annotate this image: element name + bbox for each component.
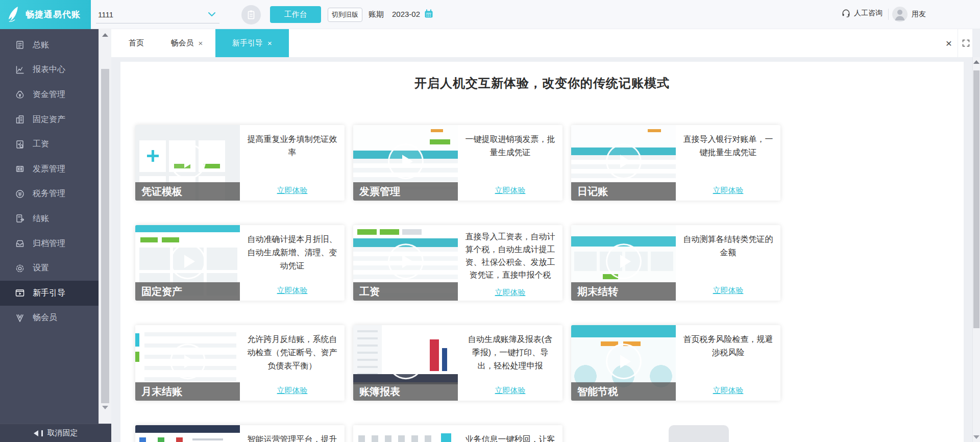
play-button-icon[interactable] [388,343,424,379]
video-thumbnail[interactable]: 日记账 [571,125,676,201]
live-support-button[interactable]: 人工咨询 [841,8,883,18]
scroll-down-button[interactable] [102,406,108,409]
feature-description: 自动生成账簿及报表(含季报)，一键打印、导出，轻松处理申报 [458,325,562,373]
page-scrollbar[interactable] [972,57,980,442]
scroll-down-button[interactable] [973,435,979,439]
tab-home[interactable]: 首页 [120,29,152,57]
try-now-link[interactable]: 立即体验 [240,186,345,195]
main-content-area: 开启人机交互新体验，改变你的传统记账模式 凭证模板 提高重复业务填制凭证效率 立… [111,57,972,442]
app-title: 畅捷通易代账 [26,9,81,20]
building-icon [15,114,25,125]
play-button-icon[interactable] [170,243,206,279]
fullscreen-icon[interactable] [962,39,970,50]
play-button-icon[interactable] [170,143,206,179]
sidebar-item-closing[interactable]: 结账 [0,206,99,231]
video-thumbnail[interactable]: 凭证模板 [135,125,240,201]
feature-card-fixed-assets: 固定资产 自动准确计提本月折旧、自动生成新增、清理、变动凭证 立即体验 [135,225,345,301]
feature-description: 一键提取进销项发票，批量生成凭证 [458,125,562,159]
close-tab-icon[interactable]: × [941,29,957,57]
feature-card-salary: 工资 直接导入工资表，自动计算个税，自动生成计提工资、社保公积金、发放工资凭证，… [353,225,562,301]
loading-placeholder [669,425,729,442]
user-avatar[interactable] [892,7,908,22]
video-title: 智能节税 [571,382,676,401]
try-now-link[interactable]: 立即体验 [458,186,562,195]
scroll-up-button[interactable] [102,33,108,37]
tab-member[interactable]: 畅会员 × [164,29,209,57]
video-thumbnail[interactable]: 月末结账 [135,325,240,401]
play-triangle [184,355,195,368]
try-now-link[interactable]: 立即体验 [676,186,780,195]
support-label: 人工咨询 [854,9,883,18]
sidebar-menu: 总账 报表中心 资金管理 固定资产 工资 [0,29,99,424]
sidebar-item-salary[interactable]: 工资 [0,132,99,157]
sidebar-item-report-center[interactable]: 报表中心 [0,58,99,83]
video-thumbnail[interactable]: 固定资产 [135,225,240,301]
sidebar-item-member[interactable]: 畅会员 [0,306,99,331]
sidebar-item-archive-management[interactable]: 归档管理 [0,231,99,256]
notice-badge-button[interactable] [241,5,261,24]
feature-card-business-reply: 业务信息一键秒回，让客 [353,425,562,442]
sidebar-item-beginner-guide[interactable]: 新手引导 [0,281,99,306]
try-now-link[interactable]: 立即体验 [676,286,780,296]
switch-old-version-button[interactable]: 切到旧版 [328,8,362,22]
video-thumbnail[interactable]: 工资 [353,225,458,301]
period-value[interactable]: 2023-02 [392,10,420,18]
video-thumbnail[interactable]: 智能节税 [571,325,676,401]
user-name[interactable]: 用友 [912,10,926,19]
video-thumbnail[interactable]: 期末结转 [571,225,676,301]
feature-description: 提高重复业务填制凭证效率 [240,125,345,159]
play-button-icon[interactable] [606,143,642,179]
person-icon [892,7,908,22]
play-triangle [620,155,631,168]
play-triangle [184,155,195,168]
sidebar-item-tax-management[interactable]: 税务管理 [0,182,99,207]
top-header: 畅捷通易代账 1111 工作台 切到旧版 账期 2023-02 [0,0,980,29]
sidebar-item-label: 税务管理 [33,188,65,199]
play-button-icon[interactable] [388,143,424,179]
tab-beginner-guide-active[interactable]: 新手引导 × [215,29,289,57]
archive-tray-icon [15,238,25,249]
sidebar-item-fixed-assets[interactable]: 固定资产 [0,107,99,132]
sidebar-item-label: 报表中心 [33,64,65,75]
video-thumbnail[interactable] [135,425,240,442]
unpin-sidebar-button[interactable]: 取消固定 [0,424,111,442]
sidebar-item-label: 工资 [33,139,49,150]
sidebar-item-invoice-management[interactable]: 发票管理 [0,157,99,182]
play-button-icon[interactable] [606,243,642,279]
video-thumbnail[interactable]: 发票管理 [353,125,458,201]
feature-description: 直接导入工资表，自动计算个税，自动生成计提工资、社保公积金、发放工资凭证，直接申… [458,225,562,281]
try-now-link[interactable]: 立即体验 [458,288,562,298]
sidebar-item-general-ledger[interactable]: 总账 [0,33,99,58]
unpin-label: 取消固定 [47,428,78,438]
sidebar-item-funds-management[interactable]: 资金管理 [0,82,99,107]
feature-card-tax-saving: 智能节税 首页税务风险检查，规避涉税风险 立即体验 [571,325,780,401]
sidebar-item-label: 归档管理 [33,238,65,249]
sidebar-item-label: 设置 [33,263,49,274]
money-bag-icon [15,89,25,100]
video-thumbnail[interactable]: 账簿报表 [353,325,458,401]
play-button-icon[interactable] [606,343,642,379]
feature-card-month-end: 月末结账 允许跨月反结账，系统自动检查（凭证断号、资产负债表平衡） 立即体验 [135,325,345,401]
sidebar-item-settings[interactable]: 设置 [0,256,99,281]
video-title: 凭证模板 [135,182,240,201]
chevron-down-icon [208,12,215,17]
tab-close-icon[interactable]: × [267,39,272,47]
ledger-icon [15,40,25,50]
calendar-icon[interactable] [424,9,434,21]
sidebar-scrollbar[interactable] [99,29,111,424]
page-scrollbar-thumb[interactable] [973,70,979,328]
video-title: 发票管理 [353,182,458,201]
try-now-link[interactable]: 立即体验 [676,386,780,396]
sidebar-scrollbar-thumb[interactable] [101,69,109,403]
try-now-link[interactable]: 立即体验 [458,386,562,396]
tab-close-icon[interactable]: × [199,39,203,47]
play-button-icon[interactable] [388,243,424,279]
scroll-up-button[interactable] [973,60,979,64]
try-now-link[interactable]: 立即体验 [240,286,345,296]
workbench-button[interactable]: 工作台 [270,6,321,23]
try-now-link[interactable]: 立即体验 [240,386,345,396]
member-v-icon [15,313,25,323]
play-button-icon[interactable] [170,343,206,379]
video-thumbnail[interactable] [353,425,458,442]
account-selector[interactable]: 1111 [96,6,219,23]
